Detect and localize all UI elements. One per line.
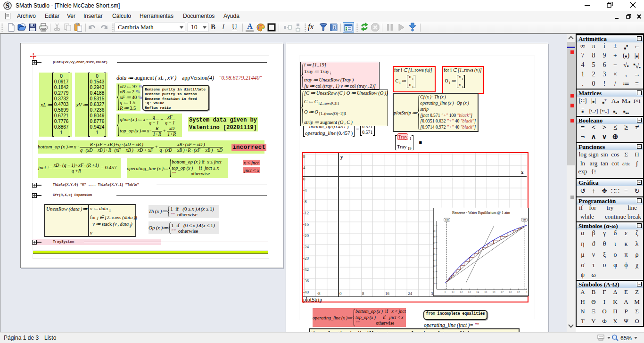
svg-text:0.4: 0.4 bbox=[433, 259, 436, 261]
svg-text:1: 1 bbox=[434, 224, 435, 227]
svg-text:0.9: 0.9 bbox=[433, 230, 436, 232]
svg-text:0.4: 0.4 bbox=[476, 291, 479, 293]
svg-text:1: 1 bbox=[526, 291, 527, 293]
svg-text:0.2: 0.2 bbox=[433, 270, 436, 273]
svg-text:0.6: 0.6 bbox=[433, 247, 436, 250]
svg-text:0.97: 0.97 bbox=[523, 219, 526, 221]
svg-text:0.5: 0.5 bbox=[485, 291, 487, 293]
svg-text:S: S bbox=[6, 2, 9, 9]
svg-text:0.6: 0.6 bbox=[493, 291, 495, 293]
svg-text:0.5: 0.5 bbox=[433, 253, 436, 255]
svg-text:0.8: 0.8 bbox=[433, 236, 436, 238]
svg-text:0.3: 0.3 bbox=[468, 291, 471, 293]
svg-text:0.02: 0.02 bbox=[446, 219, 449, 221]
svg-text:Benzene - Water Equilibrium @: Benzene - Water Equilibrium @ 1 atm bbox=[452, 211, 511, 215]
svg-text:0.1: 0.1 bbox=[452, 291, 454, 293]
svg-text:0.9: 0.9 bbox=[517, 291, 520, 293]
svg-text:0.1: 0.1 bbox=[433, 277, 436, 279]
svg-text:0.2: 0.2 bbox=[460, 291, 463, 293]
svg-text:0.7: 0.7 bbox=[501, 291, 504, 293]
svg-text:?: ? bbox=[333, 25, 336, 30]
svg-text:0.7: 0.7 bbox=[433, 242, 436, 244]
svg-text:0.3: 0.3 bbox=[433, 265, 436, 267]
svg-text:0.8: 0.8 bbox=[509, 291, 512, 293]
